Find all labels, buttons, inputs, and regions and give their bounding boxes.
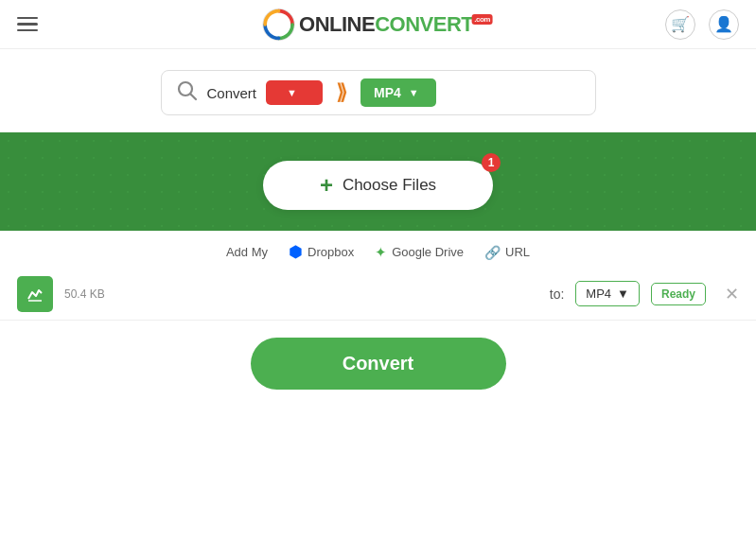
dropbox-source[interactable]: ⬢ Dropbox: [289, 242, 354, 262]
convert-text: Convert: [207, 85, 257, 101]
header-right: 🛒 👤: [665, 9, 739, 40]
logo-icon: [261, 8, 295, 42]
convert-btn-wrap: Convert: [0, 321, 756, 399]
file-remove-button[interactable]: ✕: [725, 284, 739, 304]
search-icon: [177, 80, 198, 106]
file-row: 50.4 KB to: MP4 ▼ Ready ✕: [0, 268, 756, 321]
file-format-value: MP4: [586, 287, 611, 301]
convert-button[interactable]: Convert: [251, 338, 506, 390]
add-my-section: Add My ⬢ Dropbox ✦ Google Drive 🔗 URL: [0, 231, 756, 268]
cart-icon[interactable]: 🛒: [665, 9, 695, 40]
source-format-arrow: ▼: [287, 87, 297, 98]
file-format-dropdown[interactable]: MP4 ▼: [575, 281, 640, 306]
dropbox-label: Dropbox: [308, 245, 354, 259]
upload-section: + Choose Files 1: [0, 132, 756, 231]
direction-arrows-icon: ⟫: [336, 80, 347, 105]
file-thumbnail: [17, 276, 53, 312]
file-chart-icon: [26, 285, 44, 304]
converter-bar-wrap: Convert ▼ ⟫ MP4 ▼: [0, 49, 756, 132]
url-source[interactable]: 🔗 URL: [484, 245, 530, 260]
ready-status-badge: Ready: [651, 283, 706, 305]
target-format-value: MP4: [374, 85, 401, 100]
header: ONLINECONVERT.com 🛒 👤: [0, 0, 756, 49]
plus-icon: +: [320, 172, 333, 199]
file-format-arrow: ▼: [617, 287, 629, 301]
user-icon[interactable]: 👤: [709, 9, 739, 40]
url-icon: 🔗: [484, 245, 501, 260]
to-label: to:: [550, 287, 565, 302]
url-label: URL: [505, 245, 530, 259]
files-badge: 1: [482, 153, 501, 172]
gdrive-label: Google Drive: [392, 245, 464, 259]
target-format-dropdown[interactable]: MP4 ▼: [360, 78, 436, 107]
gdrive-icon: ✦: [375, 244, 387, 261]
logo: ONLINECONVERT.com: [261, 8, 495, 42]
choose-files-label: Choose Files: [343, 176, 436, 195]
svg-line-2: [190, 94, 196, 99]
gdrive-source[interactable]: ✦ Google Drive: [375, 244, 464, 261]
logo-text: ONLINECONVERT.com: [299, 12, 495, 37]
file-size: 50.4 KB: [64, 287, 116, 301]
source-format-dropdown[interactable]: ▼: [266, 80, 323, 105]
dropbox-icon: ⬢: [289, 242, 303, 262]
choose-files-button[interactable]: + Choose Files 1: [263, 161, 493, 210]
add-my-label: Add My: [226, 245, 268, 259]
hamburger-menu-icon[interactable]: [17, 17, 38, 32]
target-format-arrow: ▼: [409, 87, 419, 98]
header-left: [17, 17, 38, 32]
converter-bar: Convert ▼ ⟫ MP4 ▼: [161, 70, 596, 115]
